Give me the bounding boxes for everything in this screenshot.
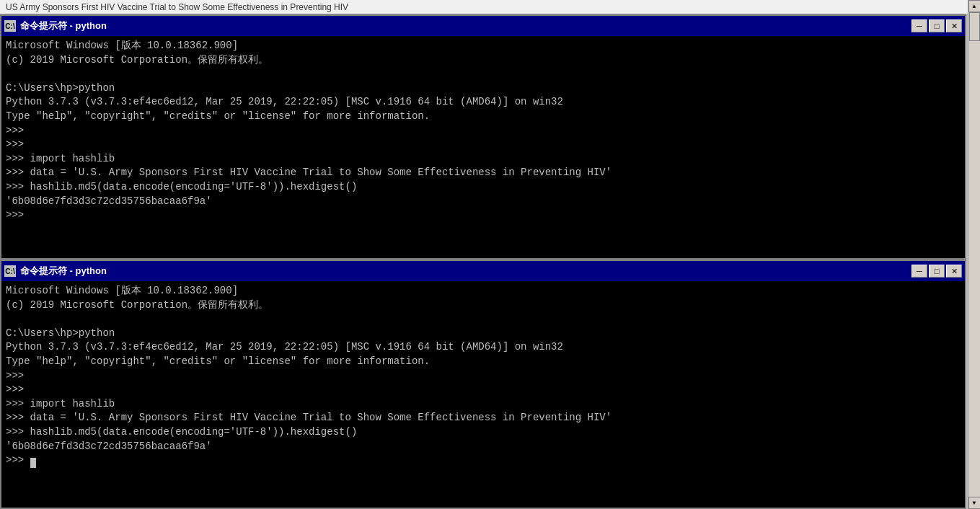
cmd-line-1-12: >>> — [6, 208, 961, 223]
cmd-window-1: C:\ 命令提示符 - python ─ □ ✕ Microsoft Windo… — [0, 14, 966, 260]
cmd-line-2-11: '6b08d6e7fd3d3c72cd35756bacaa6f9a' — [6, 440, 961, 454]
global-scrollbar[interactable]: ▲ ▼ — [968, 0, 980, 509]
minimize-button-1[interactable]: ─ — [911, 19, 927, 32]
news-text: US Army Sponsors First HIV Vaccine Trial… — [6, 2, 348, 12]
window2-title: 命令提示符 - python — [20, 265, 107, 278]
cmd-line-1-2 — [6, 67, 961, 81]
cursor — [30, 458, 36, 468]
cmd-body-1: Microsoft Windows [版本 10.0.18362.900] (c… — [1, 36, 965, 226]
cmd-line-1-4: Python 3.7.3 (v3.7.3:ef4ec6ed12, Mar 25 … — [6, 95, 961, 110]
titlebar-left-2: C:\ 命令提示符 - python — [4, 265, 107, 278]
cmd-window-2: C:\ 命令提示符 - python ─ □ ✕ Microsoft Windo… — [0, 260, 966, 509]
cmd-line-2-1: (c) 2019 Microsoft Corporation。保留所有权利。 — [6, 298, 961, 313]
cmd-line-1-6: >>> — [6, 124, 961, 138]
cmd-line-1-11: '6b08d6e7fd3d3c72cd35756bacaa6f9a' — [6, 195, 961, 209]
cmd-line-1-1: (c) 2019 Microsoft Corporation。保留所有权利。 — [6, 53, 961, 68]
cmd-line-2-10: >>> hashlib.md5(data.encode(encoding='UT… — [6, 425, 961, 440]
scrollbar-track — [968, 12, 980, 497]
minimize-button-2[interactable]: ─ — [911, 265, 927, 278]
cmd-line-2-12: >>> — [6, 453, 961, 468]
cmd-icon-1: C:\ — [4, 20, 16, 32]
cmd-line-2-4: Python 3.7.3 (v3.7.3:ef4ec6ed12, Mar 25 … — [6, 340, 961, 355]
scrollbar-up-button[interactable]: ▲ — [968, 0, 981, 12]
close-button-2[interactable]: ✕ — [946, 265, 962, 278]
window1-title: 命令提示符 - python — [20, 19, 107, 32]
cmd-line-2-5: Type "help", "copyright", "credits" or "… — [6, 355, 961, 369]
cmd-line-2-9: >>> data = 'U.S. Army Sponsors First HIV… — [6, 411, 961, 425]
cmd-line-1-8: >>> import hashlib — [6, 152, 961, 167]
titlebar-left-1: C:\ 命令提示符 - python — [4, 19, 107, 32]
news-bar: US Army Sponsors First HIV Vaccine Trial… — [0, 0, 980, 14]
cmd-line-2-7: >>> — [6, 383, 961, 397]
cmd-line-1-10: >>> hashlib.md5(data.encode(encoding='UT… — [6, 180, 961, 195]
scrollbar-down-button[interactable]: ▼ — [968, 497, 981, 509]
cmd-line-2-3: C:\Users\hp>python — [6, 327, 961, 341]
cmd-body-2: Microsoft Windows [版本 10.0.18362.900] (c… — [1, 281, 965, 471]
cmd-line-2-6: >>> — [6, 369, 961, 384]
titlebar-controls-2[interactable]: ─ □ ✕ — [911, 265, 962, 278]
maximize-button-1[interactable]: □ — [929, 19, 945, 32]
cmd-line-1-5: Type "help", "copyright", "credits" or "… — [6, 110, 961, 124]
close-button-1[interactable]: ✕ — [946, 19, 962, 32]
titlebar-1: C:\ 命令提示符 - python ─ □ ✕ — [1, 16, 965, 36]
cmd-icon-2: C:\ — [4, 265, 16, 277]
maximize-button-2[interactable]: □ — [929, 265, 945, 278]
cmd-line-2-2 — [6, 312, 961, 327]
cmd-line-2-8: >>> import hashlib — [6, 397, 961, 412]
cmd-line-1-3: C:\Users\hp>python — [6, 81, 961, 96]
titlebar-controls-1[interactable]: ─ □ ✕ — [911, 19, 962, 32]
cmd-line-1-9: >>> data = 'U.S. Army Sponsors First HIV… — [6, 166, 961, 180]
cmd-line-2-0: Microsoft Windows [版本 10.0.18362.900] — [6, 284, 961, 298]
cmd-line-1-0: Microsoft Windows [版本 10.0.18362.900] — [6, 39, 961, 53]
titlebar-2: C:\ 命令提示符 - python ─ □ ✕ — [1, 261, 965, 281]
cmd-line-1-7: >>> — [6, 138, 961, 152]
scrollbar-thumb[interactable] — [969, 12, 980, 41]
